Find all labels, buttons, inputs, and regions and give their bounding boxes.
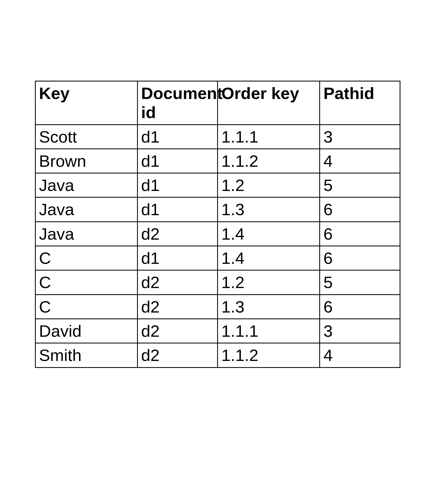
cell-order-key: 1.1.2	[218, 343, 320, 367]
header-document-id: Document id	[137, 81, 218, 125]
cell-key: C	[35, 295, 138, 319]
cell-key: Smith	[35, 343, 138, 367]
table-row: Javad21.46	[35, 222, 400, 246]
table-row: Cd21.25	[35, 270, 400, 295]
cell-document-id: d2	[137, 319, 218, 343]
cell-key: Java	[35, 222, 138, 246]
cell-order-key: 1.3	[218, 295, 320, 319]
table-header-row: Key Document id Order key Pathid	[35, 81, 400, 125]
cell-key: C	[35, 246, 138, 270]
cell-document-id: d2	[137, 270, 218, 295]
header-order-key: Order key	[218, 81, 320, 125]
cell-key: Java	[35, 173, 138, 197]
cell-pathid: 6	[320, 197, 400, 222]
cell-order-key: 1.1.2	[218, 149, 320, 173]
cell-document-id: d1	[137, 246, 218, 270]
cell-key: David	[35, 319, 138, 343]
cell-pathid: 4	[320, 343, 400, 367]
cell-document-id: d2	[137, 222, 218, 246]
cell-pathid: 3	[320, 125, 400, 149]
cell-order-key: 1.3	[218, 197, 320, 222]
cell-pathid: 3	[320, 319, 400, 343]
cell-key: Java	[35, 197, 138, 222]
cell-order-key: 1.4	[218, 222, 320, 246]
cell-order-key: 1.2	[218, 173, 320, 197]
header-pathid: Pathid	[320, 81, 400, 125]
cell-document-id: d2	[137, 343, 218, 367]
cell-document-id: d1	[137, 197, 218, 222]
table-row: Smithd21.1.24	[35, 343, 400, 367]
data-table-container: Key Document id Order key Pathid Scottd1…	[35, 81, 400, 368]
table-row: Cd11.46	[35, 246, 400, 270]
cell-pathid: 6	[320, 246, 400, 270]
table-row: Davidd21.1.13	[35, 319, 400, 343]
cell-document-id: d1	[137, 125, 218, 149]
cell-pathid: 4	[320, 149, 400, 173]
data-table: Key Document id Order key Pathid Scottd1…	[35, 81, 400, 368]
header-key: Key	[35, 81, 138, 125]
cell-order-key: 1.4	[218, 246, 320, 270]
cell-order-key: 1.1.1	[218, 125, 320, 149]
table-body: Scottd11.1.13Brownd11.1.24Javad11.25Java…	[35, 125, 400, 367]
cell-pathid: 5	[320, 270, 400, 295]
cell-document-id: d1	[137, 173, 218, 197]
cell-key: C	[35, 270, 138, 295]
cell-order-key: 1.2	[218, 270, 320, 295]
cell-order-key: 1.1.1	[218, 319, 320, 343]
table-row: Javad11.36	[35, 197, 400, 222]
cell-pathid: 6	[320, 295, 400, 319]
table-row: Javad11.25	[35, 173, 400, 197]
table-head: Key Document id Order key Pathid	[35, 81, 400, 125]
table-row: Brownd11.1.24	[35, 149, 400, 173]
table-row: Cd21.36	[35, 295, 400, 319]
cell-pathid: 6	[320, 222, 400, 246]
cell-document-id: d2	[137, 295, 218, 319]
cell-key: Scott	[35, 125, 138, 149]
table-row: Scottd11.1.13	[35, 125, 400, 149]
cell-pathid: 5	[320, 173, 400, 197]
cell-document-id: d1	[137, 149, 218, 173]
cell-key: Brown	[35, 149, 138, 173]
